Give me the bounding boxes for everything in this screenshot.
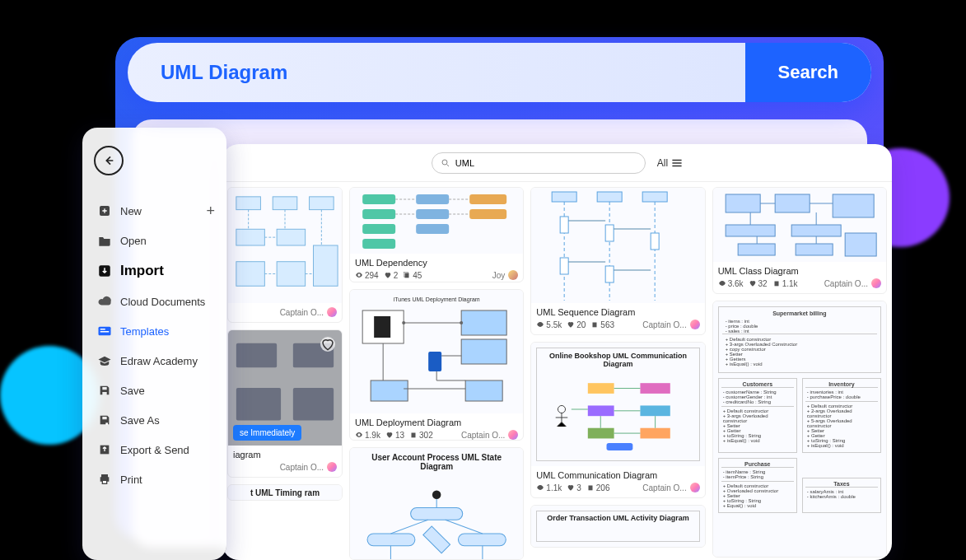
svg-rect-20 bbox=[362, 209, 395, 219]
filter-label: All bbox=[657, 157, 668, 169]
sidebar-item-print[interactable]: Print bbox=[94, 464, 215, 494]
svg-rect-42 bbox=[411, 507, 463, 520]
svg-point-38 bbox=[402, 321, 405, 324]
heart-icon bbox=[384, 271, 392, 279]
card-overlay-title: Supermarket billing bbox=[722, 310, 877, 316]
search-bar: Search bbox=[128, 43, 871, 102]
svg-rect-25 bbox=[416, 224, 449, 234]
template-card[interactable]: Supermarket billing - items : int- price… bbox=[712, 301, 887, 558]
back-button[interactable] bbox=[94, 146, 124, 175]
svg-rect-35 bbox=[465, 380, 502, 401]
mini-search-input[interactable] bbox=[455, 158, 637, 168]
sidebar-item-saveas[interactable]: Save As bbox=[94, 405, 215, 435]
svg-rect-54 bbox=[560, 258, 568, 274]
menu-icon bbox=[671, 159, 683, 167]
sidebar-item-export[interactable]: Export & Send bbox=[94, 435, 215, 464]
svg-rect-50 bbox=[642, 192, 667, 202]
svg-rect-13 bbox=[277, 262, 306, 287]
sidebar-item-save[interactable]: Save bbox=[94, 376, 215, 405]
sidebar-item-new[interactable]: New bbox=[94, 196, 145, 226]
author: Captain O... bbox=[642, 483, 699, 492]
svg-rect-10 bbox=[236, 229, 265, 245]
copy-icon bbox=[403, 271, 411, 279]
svg-rect-23 bbox=[416, 194, 449, 204]
card-title: UML Sequence Diagram bbox=[536, 307, 699, 317]
favorite-button[interactable] bbox=[320, 337, 335, 352]
templates-grid: Captain O... se Immediately iagramCaptai… bbox=[222, 182, 892, 560]
author: Joy bbox=[492, 270, 519, 280]
svg-rect-61 bbox=[641, 383, 670, 394]
template-card[interactable]: UML Class Diagram 3.6k 32 1.1k Captain O… bbox=[712, 187, 887, 294]
svg-point-39 bbox=[460, 321, 463, 324]
svg-rect-53 bbox=[651, 233, 659, 250]
svg-rect-3 bbox=[100, 329, 105, 330]
svg-rect-69 bbox=[726, 225, 775, 236]
sidebar-item-academy[interactable]: Edraw Academy bbox=[94, 346, 215, 376]
card-title: UML Deployment Diagram bbox=[355, 418, 518, 427]
export-icon bbox=[97, 442, 112, 457]
save-icon bbox=[97, 383, 112, 398]
template-card[interactable]: Captain O... bbox=[227, 187, 343, 323]
templates-icon bbox=[97, 324, 112, 338]
search-icon bbox=[441, 158, 450, 168]
sidebar-item-open[interactable]: Open bbox=[94, 226, 215, 255]
author: Captain O... bbox=[461, 430, 518, 440]
template-card[interactable]: iTunes UML Deployment Diagram UML Deploy… bbox=[349, 289, 524, 441]
file-sidebar: New + Open Import Cloud Documents Templa… bbox=[82, 128, 226, 560]
cloud-icon bbox=[97, 294, 112, 309]
search-input[interactable] bbox=[161, 61, 745, 84]
sidebar-label: Cloud Documents bbox=[120, 296, 205, 308]
card-title: UML Class Diagram bbox=[718, 266, 881, 276]
folder-icon bbox=[97, 233, 112, 248]
academy-icon bbox=[97, 353, 112, 368]
add-icon[interactable]: + bbox=[206, 203, 215, 220]
svg-rect-59 bbox=[588, 405, 614, 416]
svg-rect-4 bbox=[100, 331, 110, 333]
svg-rect-44 bbox=[458, 534, 506, 546]
svg-rect-8 bbox=[273, 197, 297, 210]
svg-point-57 bbox=[558, 405, 566, 413]
stats: 1.9k 13 302 bbox=[355, 431, 433, 440]
author: Captain O... bbox=[280, 307, 337, 317]
svg-rect-52 bbox=[605, 225, 614, 241]
stats: 294 2 45 bbox=[355, 271, 422, 280]
svg-rect-49 bbox=[597, 192, 622, 202]
use-now-badge[interactable]: se Immediately bbox=[233, 425, 301, 441]
author: Captain O... bbox=[280, 462, 337, 472]
card-title: UML Dependency bbox=[355, 258, 518, 268]
svg-rect-18 bbox=[293, 388, 334, 420]
svg-rect-47 bbox=[423, 526, 450, 553]
template-card[interactable]: UML Sequence Diagram 5.5k 20 563 Captain… bbox=[530, 187, 705, 335]
svg-rect-19 bbox=[362, 194, 395, 204]
svg-rect-62 bbox=[641, 405, 670, 416]
svg-rect-60 bbox=[588, 428, 614, 439]
template-card[interactable]: se Immediately iagramCaptain O... bbox=[227, 329, 343, 478]
sidebar-item-import[interactable]: Import bbox=[94, 255, 215, 287]
stats: 1.1k 3 206 bbox=[536, 483, 609, 492]
svg-rect-70 bbox=[791, 225, 841, 236]
template-card[interactable]: Online Bookshop UML Communication Diagra… bbox=[530, 342, 705, 498]
svg-rect-34 bbox=[371, 380, 408, 401]
saveas-icon bbox=[97, 413, 112, 427]
svg-rect-21 bbox=[362, 224, 395, 234]
svg-rect-68 bbox=[833, 194, 874, 217]
card-title: iagram bbox=[233, 450, 337, 460]
template-card[interactable]: User Account Process UML State Diagram bbox=[349, 447, 524, 560]
sidebar-item-templates[interactable]: Templates bbox=[94, 316, 215, 346]
svg-rect-67 bbox=[775, 194, 810, 212]
template-card[interactable]: UML Dependency 294 2 45 Joy bbox=[349, 187, 524, 282]
svg-rect-55 bbox=[605, 266, 614, 282]
template-card[interactable]: t UML Timing ram bbox=[227, 484, 343, 501]
sidebar-item-cloud[interactable]: Cloud Documents bbox=[94, 287, 215, 316]
template-card[interactable]: Order Transaction UML Activity Diagram bbox=[530, 505, 705, 548]
svg-rect-36 bbox=[374, 316, 390, 338]
card-overlay-title: Online Bookshop UML Communication Diagra… bbox=[540, 352, 695, 368]
plus-square-icon bbox=[97, 203, 112, 218]
search-button[interactable]: Search bbox=[745, 43, 871, 102]
svg-rect-14 bbox=[314, 245, 338, 286]
svg-rect-17 bbox=[236, 388, 281, 420]
svg-rect-73 bbox=[845, 233, 876, 256]
filter-all[interactable]: All bbox=[657, 157, 683, 169]
mini-search[interactable] bbox=[432, 152, 646, 174]
svg-rect-48 bbox=[552, 192, 576, 202]
